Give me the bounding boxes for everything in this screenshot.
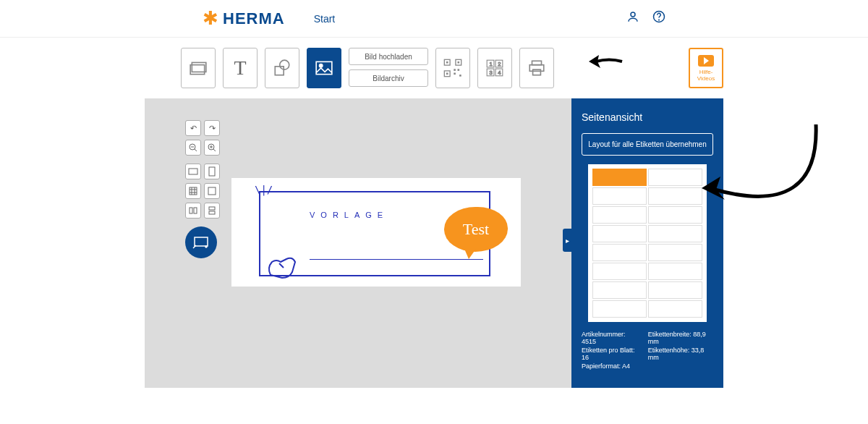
image-tool[interactable]	[307, 48, 341, 88]
underline-decoration	[310, 259, 483, 260]
svg-line-31	[195, 149, 197, 151]
help-videos-label: Hilfe-Videos	[697, 69, 715, 82]
svg-rect-44	[208, 187, 216, 195]
svg-text:2: 2	[498, 61, 501, 67]
svg-text:4: 4	[498, 69, 501, 76]
portrait-view-button[interactable]	[204, 164, 220, 179]
svg-text:1: 1	[489, 61, 492, 67]
print-tool[interactable]	[519, 48, 554, 88]
sheet-cell[interactable]	[592, 206, 647, 224]
svg-rect-37	[189, 169, 197, 174]
sheet-cell[interactable]	[648, 225, 702, 242]
svg-point-50	[205, 246, 207, 247]
flip-horizontal-button[interactable]	[185, 203, 201, 219]
svg-rect-49	[195, 237, 208, 246]
sheet-cell[interactable]	[592, 187, 647, 205]
svg-rect-47	[209, 207, 215, 210]
svg-rect-38	[209, 167, 215, 176]
redo-button[interactable]: ↷	[204, 120, 220, 136]
svg-rect-12	[458, 62, 460, 64]
pointer-arrow-icon	[587, 51, 624, 72]
perblatt-label: Etiketten pro Blatt:	[582, 347, 635, 354]
sheet-cell[interactable]	[648, 187, 702, 205]
svg-line-34	[213, 149, 216, 151]
svg-point-2	[659, 20, 660, 20]
artikel-value: 4515	[582, 338, 596, 345]
help-icon[interactable]	[652, 10, 665, 27]
sheet-preview	[588, 164, 707, 322]
label-info: Artikelnummer: 4515 Etiketten pro Blatt:…	[582, 331, 713, 371]
svg-rect-17	[454, 73, 456, 75]
sheet-cell[interactable]	[648, 281, 702, 299]
zoom-in-button[interactable]	[204, 140, 220, 156]
flip-vertical-button[interactable]	[204, 203, 220, 219]
sheet-cell[interactable]	[648, 206, 702, 224]
svg-rect-7	[316, 62, 332, 74]
sheet-cell[interactable]	[592, 225, 647, 242]
brand-name: HERMA	[223, 9, 285, 28]
sheet-cell[interactable]	[592, 263, 647, 280]
header: ✱ HERMA Start	[0, 0, 868, 38]
blank-view-button[interactable]	[204, 183, 220, 199]
svg-text:3: 3	[489, 69, 492, 76]
svg-rect-46	[194, 208, 197, 213]
svg-rect-45	[190, 208, 192, 213]
artikel-label: Artikelnummer:	[582, 331, 626, 338]
sheet-cell[interactable]	[592, 244, 647, 261]
help-videos-button[interactable]: Hilfe-Videos	[689, 48, 723, 88]
svg-rect-14	[446, 73, 448, 75]
svg-rect-48	[209, 211, 215, 214]
svg-point-8	[320, 64, 323, 67]
papier-label: Papierformat:	[582, 362, 621, 370]
user-icon[interactable]	[626, 10, 639, 27]
undo-button[interactable]: ↶	[185, 120, 201, 136]
sheet-cell[interactable]	[648, 169, 702, 186]
shapes-tool[interactable]	[265, 48, 299, 88]
zoom-out-button[interactable]	[185, 140, 201, 156]
upload-image-button[interactable]: Bild hochladen	[349, 48, 428, 65]
sheet-cell[interactable]	[592, 300, 647, 318]
landscape-view-button[interactable]	[185, 164, 201, 179]
breite-label: Etikettenbreite:	[648, 331, 692, 338]
nav-start-link[interactable]: Start	[314, 13, 336, 25]
svg-rect-16	[458, 69, 460, 71]
panel-title: Seitenansicht	[582, 111, 713, 123]
sheet-cell[interactable]	[648, 300, 702, 318]
video-play-icon	[698, 55, 714, 67]
grid-toggle-button[interactable]	[185, 183, 201, 199]
page-view-panel: Seitenansicht Layout für alle Etiketten …	[571, 98, 723, 388]
svg-point-0	[631, 12, 635, 17]
speech-bubble: Test	[444, 207, 508, 252]
svg-rect-10	[446, 62, 448, 64]
svg-rect-29	[533, 69, 541, 75]
template-label: VORLAGE	[310, 211, 388, 219]
sheet-cell[interactable]	[648, 244, 702, 261]
folder-tool[interactable]	[181, 48, 216, 88]
bubble-text: Test	[463, 220, 489, 239]
label-frame: VORLAGE Test	[259, 191, 490, 276]
papier-value: A4	[622, 362, 630, 370]
svg-rect-15	[454, 69, 456, 71]
qrcode-tool[interactable]	[435, 48, 470, 88]
sheet-cell-active[interactable]	[592, 169, 647, 186]
logo-star-icon: ✱	[203, 7, 218, 30]
sheet-cell[interactable]	[648, 263, 702, 280]
numbering-tool[interactable]: 1234	[477, 48, 512, 88]
svg-rect-27	[532, 61, 542, 64]
perblatt-value: 16	[582, 354, 589, 361]
apply-layout-button[interactable]: Layout für alle Etiketten übernehmen	[582, 133, 713, 156]
svg-point-6	[280, 60, 289, 69]
panel-toggle-button[interactable]: ▸	[563, 229, 571, 252]
text-tool[interactable]: T	[223, 48, 258, 88]
svg-rect-5	[275, 67, 284, 75]
label-canvas[interactable]: \|/ VORLAGE Test	[231, 178, 521, 287]
svg-rect-39	[190, 187, 197, 195]
hand-icon	[263, 246, 307, 282]
toolbar: T Bild hochladen Bildarchiv 1234 Hilfe-V…	[0, 38, 868, 98]
image-archive-button[interactable]: Bildarchiv	[349, 69, 428, 87]
svg-rect-18	[459, 75, 461, 77]
magic-tool-button[interactable]	[185, 226, 217, 258]
hoehe-label: Etikettenhöhe:	[648, 347, 690, 354]
workspace: ↶ ↷ \|/ VORLAGE Test	[145, 98, 723, 388]
sheet-cell[interactable]	[592, 281, 647, 299]
